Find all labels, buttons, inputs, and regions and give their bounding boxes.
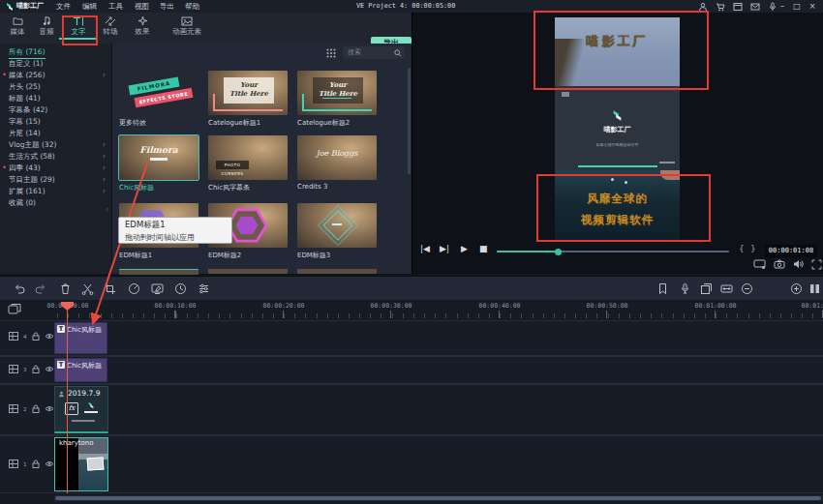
timeline-toolbar xyxy=(0,276,823,302)
sidebar-item-subtitles[interactable]: 字幕 (15) xyxy=(0,116,111,128)
template-label: Catelogue标题2 xyxy=(297,118,350,128)
library-scrollbar[interactable] xyxy=(408,68,411,174)
template-partial[interactable] xyxy=(297,269,377,274)
split-scissors-icon[interactable] xyxy=(81,282,94,295)
menu-view[interactable]: 视图 xyxy=(135,0,149,13)
track-manager-icon[interactable] xyxy=(700,282,713,295)
eye-icon[interactable] xyxy=(45,460,54,467)
stop-button[interactable]: ■ xyxy=(479,243,488,254)
mark-out-icon[interactable]: } xyxy=(750,243,756,254)
play-button[interactable]: ▶ xyxy=(461,243,468,254)
snapshot-camera-icon[interactable] xyxy=(774,259,785,269)
template-credits3[interactable]: Joe Bloggs xyxy=(297,135,377,180)
track-number: 2 xyxy=(23,406,27,412)
template-label: Catelogue标题1 xyxy=(208,118,260,128)
eye-icon[interactable] xyxy=(45,405,54,412)
sidebar-item-openers[interactable]: 片头 (25) xyxy=(0,81,111,93)
track-type-icon xyxy=(9,460,18,468)
template-edm-title3[interactable] xyxy=(297,203,377,248)
ruler-label: 00:01:10:00 xyxy=(801,302,823,310)
sidebar-collapse-icon[interactable]: ‹ xyxy=(106,205,108,214)
minimize-button[interactable]: – xyxy=(777,0,788,13)
grid-view-icon[interactable] xyxy=(326,48,336,58)
lock-icon[interactable] xyxy=(32,365,40,373)
duration-clock-icon[interactable] xyxy=(174,282,187,295)
fullscreen-icon[interactable] xyxy=(811,259,822,270)
sidebar-item-custom[interactable]: 自定义 (1) xyxy=(0,58,111,70)
clip-intro-track2[interactable]: 2019.7.9 fx xyxy=(54,386,108,433)
template-catelogue-title2[interactable]: YourTitle Here xyxy=(297,71,377,115)
menu-edit[interactable]: 编辑 xyxy=(82,0,97,13)
template-more-effects[interactable]: FILMORA EFFECTS STORE xyxy=(119,71,198,115)
panel-toggle-icon[interactable] xyxy=(808,282,821,295)
speed-icon[interactable] xyxy=(128,282,140,295)
track-number: 3 xyxy=(23,367,27,372)
delete-trash-icon[interactable] xyxy=(59,282,72,295)
sidebar-item-media[interactable]: •媒体 (256)› xyxy=(0,70,111,81)
manage-tracks-icon[interactable] xyxy=(8,303,21,314)
crop-icon[interactable] xyxy=(104,282,116,295)
template-partial[interactable] xyxy=(208,269,288,274)
sidebar-item-all[interactable]: 所有 (716) xyxy=(0,46,111,58)
template-chic-lower-third[interactable]: PHOTO CORNERS xyxy=(208,135,288,180)
eye-icon[interactable] xyxy=(45,366,54,372)
playback-progress-track[interactable] xyxy=(497,251,729,252)
lock-icon[interactable] xyxy=(32,332,40,341)
previous-frame-button[interactable]: |◀ xyxy=(420,243,430,254)
clip-title-track3[interactable]: T Chic风标题 xyxy=(54,358,107,382)
volume-icon[interactable] xyxy=(793,259,804,269)
track-lane-1[interactable] xyxy=(0,435,823,493)
sidebar-item-extensions[interactable]: 扩展 (161)› xyxy=(0,186,111,197)
color-tuning-icon[interactable] xyxy=(151,282,164,295)
tab-effects[interactable]: 效果 xyxy=(123,15,162,37)
redo-icon[interactable] xyxy=(34,282,46,295)
sidebar-item-seasons[interactable]: •四季 (43)› xyxy=(0,163,111,174)
lock-icon[interactable] xyxy=(32,404,40,413)
sidebar-item-favorites[interactable]: 收藏 (0) xyxy=(0,197,111,209)
menu-help[interactable]: 帮助 xyxy=(185,0,199,13)
track-lane-2[interactable] xyxy=(0,384,823,435)
timeline-hscrollbar-thumb[interactable] xyxy=(55,496,821,500)
adjust-sliders-icon[interactable] xyxy=(198,282,210,295)
mark-in-icon[interactable]: { xyxy=(739,243,745,254)
lock-icon[interactable] xyxy=(32,460,40,468)
zoom-in-icon[interactable] xyxy=(790,282,803,295)
menu-export[interactable]: 导出 xyxy=(160,0,174,13)
display-device-icon[interactable] xyxy=(753,259,766,270)
clip-video-track1[interactable]: kharytono xyxy=(54,437,108,491)
sidebar-item-vlog[interactable]: Vlog主题 (32)› xyxy=(0,139,111,151)
next-frame-button[interactable]: ▶| xyxy=(440,243,449,254)
eye-icon[interactable] xyxy=(45,333,54,340)
sidebar-item-lifestyle[interactable]: 生活方式 (58)› xyxy=(0,151,111,163)
record-voiceover-icon[interactable] xyxy=(679,282,691,295)
template-catelogue-title1[interactable]: YourTitle Here xyxy=(208,71,288,115)
sidebar-item-lower-thirds[interactable]: 字幕条 (42) xyxy=(0,104,111,116)
close-button[interactable]: × xyxy=(807,0,818,13)
zoom-out-icon[interactable] xyxy=(741,282,753,295)
decor xyxy=(659,162,675,163)
template-partial[interactable] xyxy=(119,269,198,275)
playback-progress-handle[interactable] xyxy=(555,249,562,255)
sidebar-item-show-themes[interactable]: 节目主题 (29)› xyxy=(0,174,111,186)
track-lane-4[interactable] xyxy=(0,320,823,356)
text-clip-badge: T xyxy=(57,325,65,333)
sidebar-item-end-credits[interactable]: 片尾 (14) xyxy=(0,128,111,139)
marker-icon[interactable] xyxy=(656,282,669,295)
fit-timeline-icon[interactable] xyxy=(720,282,733,295)
track-lane-3[interactable] xyxy=(0,356,823,384)
template-chic-title[interactable]: Filmora xyxy=(119,135,198,180)
store-cart-icon[interactable] xyxy=(716,2,725,12)
decor xyxy=(72,420,95,422)
menu-tools[interactable]: 工具 xyxy=(108,0,123,13)
sidebar-item-titles[interactable]: 标题 (41) xyxy=(0,93,111,104)
search-input[interactable]: 搜索 xyxy=(343,46,405,59)
maximize-button[interactable]: □ xyxy=(791,0,803,13)
mail-icon[interactable] xyxy=(750,2,760,12)
undo-icon[interactable] xyxy=(14,282,26,295)
filmora-ribbon-logo xyxy=(87,401,95,409)
tab-elements[interactable]: 动画元素 xyxy=(163,15,211,37)
timeline-panel: 00:00:00:00 00:00:10:00 00:00:20:00 00:0… xyxy=(0,300,823,504)
clip-title-track4[interactable]: T Chic风标题 xyxy=(54,322,107,354)
media-clapper-icon[interactable] xyxy=(733,2,743,12)
menu-file[interactable]: 文件 xyxy=(56,0,71,13)
